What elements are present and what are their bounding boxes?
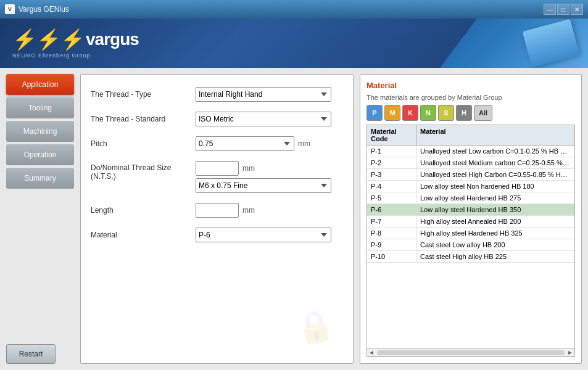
material-panel-subtitle: The materials are grouped by Material Gr… bbox=[366, 94, 575, 101]
pitch-control: 0.75 0.5 1.0 mm bbox=[196, 136, 343, 151]
table-row[interactable]: P-2 Unalloyed steel Medium carbon C=0.25… bbox=[367, 157, 574, 169]
material-form-label: Material bbox=[91, 231, 189, 239]
maximize-button[interactable]: □ bbox=[557, 4, 569, 15]
table-header: Material Code Material bbox=[367, 125, 574, 146]
nominal-select[interactable]: M6 x 0.75 Fine M8 x 1.0 M10 x 1.25 bbox=[196, 178, 331, 193]
pitch-select[interactable]: 0.75 0.5 1.0 bbox=[196, 136, 294, 151]
nominal-input-row: mm bbox=[196, 161, 255, 176]
thread-standard-control: ISO Metric UNC UNF bbox=[196, 112, 343, 126]
app-icon: V bbox=[5, 4, 15, 14]
length-row: Length 12 mm bbox=[91, 203, 343, 218]
logo-marks: ⚡⚡⚡ bbox=[12, 28, 85, 51]
nominal-size-control: mm M6 x 0.75 Fine M8 x 1.0 M10 x 1.25 bbox=[196, 161, 343, 193]
logo-area: ⚡⚡⚡ vargus NEUMO Ehrenberg Group bbox=[0, 22, 151, 65]
header-graphic bbox=[403, 18, 588, 68]
sidebar-item-summary[interactable]: Summary bbox=[6, 168, 74, 189]
material-select[interactable]: P-6 P-1 P-2 P-3 bbox=[196, 228, 331, 242]
tab-K[interactable]: K bbox=[402, 105, 418, 121]
material-form-control: P-6 P-1 P-2 P-3 bbox=[196, 228, 343, 242]
table-row[interactable]: P-7 High alloy steel Annealed HB 200 bbox=[367, 216, 574, 228]
table-row[interactable]: P-5 Low alloy steel Hardened HB 275 bbox=[367, 192, 574, 204]
material-panel-title: Material bbox=[366, 81, 575, 90]
thread-standard-select[interactable]: ISO Metric UNC UNF bbox=[196, 112, 331, 126]
table-row[interactable]: P-1 Unalloyed steel Low carbon C=0.1-0.2… bbox=[367, 146, 574, 157]
main-content: Application Tooling Machining Operation … bbox=[0, 68, 588, 370]
material-row: Material P-6 P-1 P-2 P-3 bbox=[91, 228, 343, 242]
scroll-left-icon[interactable]: ◄ bbox=[368, 349, 375, 356]
table-row[interactable]: P-10 Cast steel High alloy HB 225 bbox=[367, 251, 574, 263]
scroll-right-icon[interactable]: ► bbox=[567, 349, 573, 356]
logo-text: ⚡⚡⚡ vargus bbox=[12, 28, 139, 51]
table-row-selected[interactable]: P-6 Low alloy steel Hardened HB 350 bbox=[367, 204, 574, 216]
material-table: Material Code Material P-1 Unalloyed ste… bbox=[366, 125, 575, 357]
tab-P[interactable]: P bbox=[366, 105, 383, 121]
form-panel: The Thread - Type Internal Right Hand Ex… bbox=[80, 74, 354, 364]
thread-standard-row: The Thread - Standard ISO Metric UNC UNF bbox=[91, 112, 343, 126]
logo-brand: vargus bbox=[86, 30, 139, 49]
col-code: Material Code bbox=[367, 125, 416, 145]
pitch-label: Pitch bbox=[91, 139, 189, 148]
table-row[interactable]: P-9 Cast steel Low alloy HB 200 bbox=[367, 239, 574, 251]
sidebar: Application Tooling Machining Operation … bbox=[6, 74, 74, 364]
pitch-unit: mm bbox=[298, 139, 310, 148]
tab-All[interactable]: All bbox=[474, 105, 492, 121]
material-panel: Material The materials are grouped by Ma… bbox=[360, 74, 582, 364]
nominal-size-row: Do/Nominal Thread Size (N.T.S.) mm M6 x … bbox=[91, 161, 343, 193]
material-tabs: P M K N S H All bbox=[366, 105, 575, 121]
nominal-select-row: M6 x 0.75 Fine M8 x 1.0 M10 x 1.25 bbox=[196, 178, 331, 193]
sidebar-item-operation[interactable]: Operation bbox=[6, 144, 74, 165]
nominal-size-label: Do/Nominal Thread Size (N.T.S.) bbox=[91, 161, 189, 181]
table-row[interactable]: P-4 Low alloy steel Non hardened HB 180 bbox=[367, 181, 574, 192]
sidebar-item-application[interactable]: Application bbox=[6, 74, 74, 95]
watermark: 🔒 bbox=[293, 306, 337, 348]
table-row[interactable]: P-8 High alloy steel Hardened HB 325 bbox=[367, 228, 574, 239]
sidebar-item-tooling[interactable]: Tooling bbox=[6, 97, 74, 118]
nominal-input[interactable] bbox=[196, 161, 239, 176]
length-label: Length bbox=[91, 206, 189, 215]
table-body: P-1 Unalloyed steel Low carbon C=0.1-0.2… bbox=[367, 146, 574, 348]
thread-type-control: Internal Right Hand External Right Hand … bbox=[196, 87, 343, 102]
window-controls: — □ ✕ bbox=[544, 4, 583, 15]
length-control: 12 mm bbox=[196, 203, 343, 218]
tab-H[interactable]: H bbox=[456, 105, 472, 121]
nominal-unit: mm bbox=[242, 164, 255, 173]
minimize-button[interactable]: — bbox=[544, 4, 556, 15]
length-unit: mm bbox=[242, 206, 255, 215]
window-title: Vargus GENius bbox=[19, 5, 544, 14]
close-button[interactable]: ✕ bbox=[571, 4, 583, 15]
restart-button[interactable]: Restart bbox=[6, 344, 56, 364]
app-container: ⚡⚡⚡ vargus NEUMO Ehrenberg Group Applica… bbox=[0, 18, 588, 370]
scrollbar-track[interactable] bbox=[377, 350, 565, 355]
tab-N[interactable]: N bbox=[420, 105, 436, 121]
tab-M[interactable]: M bbox=[384, 105, 400, 121]
logo-subtitle: NEUMO Ehrenberg Group bbox=[12, 52, 139, 59]
table-scrollbar[interactable]: ◄ ► bbox=[367, 348, 574, 356]
pitch-row: Pitch 0.75 0.5 1.0 mm bbox=[91, 136, 343, 151]
title-bar: V Vargus GENius — □ ✕ bbox=[0, 0, 588, 18]
table-row[interactable]: P-3 Unalloyed steel High Carbon C=0.55-0… bbox=[367, 169, 574, 181]
thread-type-label: The Thread - Type bbox=[91, 90, 189, 99]
thread-standard-label: The Thread - Standard bbox=[91, 115, 189, 123]
col-material: Material bbox=[416, 125, 574, 145]
header: ⚡⚡⚡ vargus NEUMO Ehrenberg Group bbox=[0, 18, 588, 68]
length-input[interactable]: 12 bbox=[196, 203, 239, 218]
tab-S[interactable]: S bbox=[438, 105, 454, 121]
sidebar-item-machining[interactable]: Machining bbox=[6, 121, 74, 142]
thread-type-row: The Thread - Type Internal Right Hand Ex… bbox=[91, 87, 343, 102]
thread-type-select[interactable]: Internal Right Hand External Right Hand … bbox=[196, 87, 331, 102]
